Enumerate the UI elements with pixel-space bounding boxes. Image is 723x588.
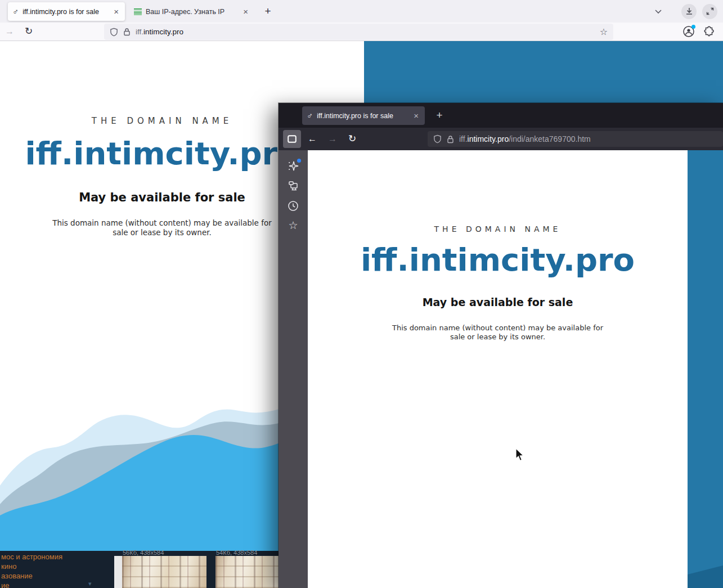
overlay-browser-window: ♂ iff.intimcity.pro is for sale × + ← → … (279, 103, 723, 588)
site-favicon-male-icon: ♂ (307, 111, 313, 120)
url-text: iff.intimcity.pro/indi/anketa769700.htm (459, 134, 591, 143)
site-favicon-male-icon: ♂ (12, 7, 19, 16)
domain-heading: iff.intimcity.pro (0, 135, 324, 172)
sale-description-line2: sale or lease by its owner. (308, 333, 688, 342)
sale-description-line1: This domain name (without content) may b… (308, 324, 688, 333)
domain-heading: iff.intimcity.pro (308, 241, 688, 278)
overlay-tab-bar: ♂ iff.intimcity.pro is for sale × + (279, 103, 723, 128)
tab-ip-address[interactable]: Ваш IP-адрес. Узнать IP × (129, 2, 254, 21)
url-text: iff.intimcity.pro (136, 28, 595, 36)
overlay-sale-page-content: THE DOMAIN NAME iff.intimcity.pro May be… (308, 150, 688, 588)
footer-chevron-down-icon[interactable]: ▾ (88, 580, 92, 587)
overlay-url-bar[interactable]: iff.intimcity.pro/indi/anketa769700.htm (428, 131, 723, 147)
lock-icon[interactable] (447, 135, 454, 143)
new-tab-button[interactable]: + (432, 108, 447, 123)
overlay-page-blue-column (688, 150, 723, 588)
reload-button[interactable]: ↻ (348, 134, 356, 143)
thumbnail-photo[interactable] (122, 556, 206, 588)
account-notification-dot (691, 25, 695, 29)
synced-tabs-button[interactable] (279, 181, 308, 194)
tab-domain-sale[interactable]: ♂ iff.intimcity.pro is for sale × (8, 2, 125, 21)
tab-bar: ♂ iff.intimcity.pro is for sale × Ваш IP… (0, 0, 723, 23)
puzzle-piece-icon (704, 26, 715, 37)
photo-caption: 54Кб, 438х584 (216, 549, 257, 556)
sale-tagline: May be available for sale (308, 296, 688, 308)
close-tab-icon[interactable]: × (412, 111, 420, 120)
sale-page-content: THE DOMAIN NAME iff.intimcity.pro May be… (0, 116, 324, 237)
close-tab-icon[interactable]: × (241, 7, 250, 16)
forward-button[interactable]: → (328, 134, 337, 143)
back-button[interactable]: ← (308, 134, 317, 143)
photo-caption: 56Кб, 438х584 (123, 549, 164, 556)
bookmarks-button[interactable]: ☆ (279, 219, 308, 232)
sidebar-icon (288, 135, 297, 143)
expand-diagonal-icon (706, 7, 714, 15)
list-all-tabs-chevron-icon[interactable] (654, 9, 662, 14)
blue-column-diagonal (688, 560, 723, 588)
download-icon (685, 7, 693, 15)
tab-title: iff.intimcity.pro is for sale (23, 8, 108, 16)
history-button[interactable] (279, 200, 308, 214)
sale-description-line1: This domain name (without content) may b… (0, 218, 324, 228)
new-tab-button[interactable]: + (260, 4, 276, 19)
green-list-favicon-icon (134, 8, 142, 15)
mouse-cursor (515, 448, 528, 464)
sidebar-toggle-button[interactable] (283, 130, 301, 148)
overlay-tab-domain-sale[interactable]: ♂ iff.intimcity.pro is for sale × (302, 106, 425, 125)
footer-link[interactable]: кино (1, 562, 16, 571)
clock-history-icon (288, 200, 299, 212)
downloads-button[interactable] (681, 4, 697, 19)
extensions-button[interactable] (704, 26, 715, 39)
bookmark-star-icon[interactable]: ☆ (600, 28, 608, 37)
footer-link[interactable]: ие (1, 581, 10, 588)
sale-description-line2: sale or lease by its owner. (0, 228, 324, 237)
forward-button[interactable]: → (5, 27, 14, 36)
tracking-shield-icon[interactable] (110, 28, 118, 37)
tab-title: Ваш IP-адрес. Узнать IP (146, 8, 237, 16)
overlay-navigation-toolbar: ← → ↻ iff.intimcity.pro/indi/anketa76970… (279, 128, 723, 150)
account-button[interactable] (682, 25, 695, 38)
tab-title: iff.intimcity.pro is for sale (317, 112, 408, 120)
screen: ♂ iff.intimcity.pro is for sale × Ваш IP… (0, 0, 723, 588)
overlay-window-body: ☆ THE DOMAIN NAME iff.intimcity.pro May … (279, 150, 723, 588)
footer-link[interactable]: мос и астрономия (1, 553, 62, 561)
eyebrow-text: THE DOMAIN NAME (308, 225, 688, 234)
sparkle-ai-icon (288, 160, 299, 172)
eyebrow-text: THE DOMAIN NAME (0, 116, 324, 126)
tabbar-right-controls (654, 0, 723, 23)
ai-chatbot-button[interactable] (279, 160, 308, 174)
devices-icon (288, 181, 299, 191)
lock-icon[interactable] (123, 28, 131, 36)
close-tab-icon[interactable]: × (112, 7, 120, 16)
sidebar: ☆ (279, 150, 308, 588)
fullscreen-button[interactable] (702, 4, 717, 19)
url-bar[interactable]: iff.intimcity.pro ☆ (104, 24, 613, 40)
footer-link[interactable]: азование (1, 572, 33, 580)
notification-dot (297, 159, 301, 163)
sale-tagline: May be available for sale (0, 191, 324, 204)
navigation-toolbar: → ↻ iff.intimcity.pro ☆ (0, 23, 723, 41)
reload-button[interactable]: ↻ (25, 26, 33, 36)
page-divider (114, 556, 122, 588)
tracking-shield-icon[interactable] (433, 134, 442, 143)
